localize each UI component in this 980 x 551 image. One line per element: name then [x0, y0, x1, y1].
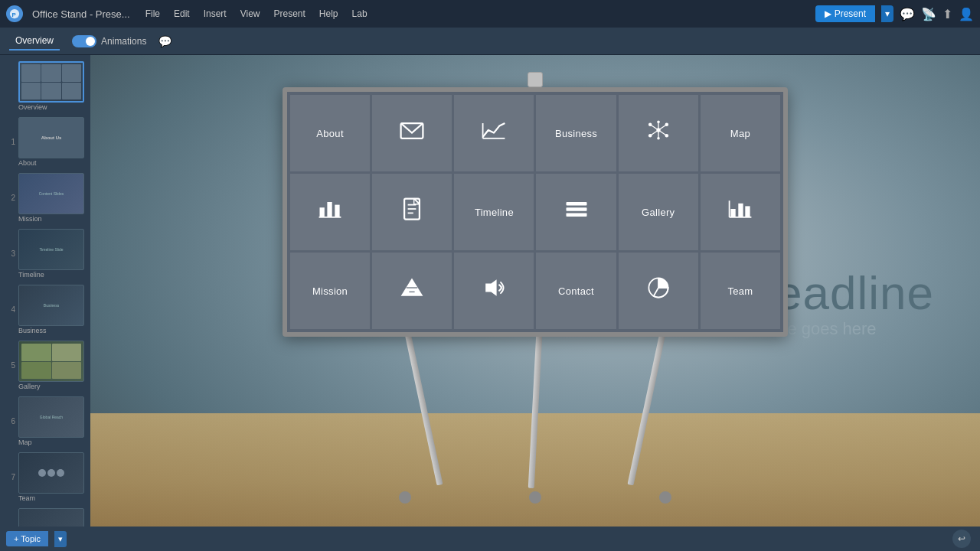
add-topic-dropdown[interactable]: ▾	[54, 531, 67, 547]
slide-preview-inner-1: About Us	[19, 118, 83, 158]
slide-thumb-gallery[interactable]: 5 Gallery	[5, 339, 86, 392]
svg-marker-37	[486, 279, 497, 296]
slide-label-1: About	[18, 159, 37, 167]
network-icon	[645, 116, 672, 149]
cell-network[interactable]	[619, 95, 698, 171]
slide-preview-6: Global Reach	[18, 396, 84, 438]
toolbar: Overview Animations 💬	[0, 28, 980, 55]
canvas-area: Headline Subtitle goes here About	[90, 55, 980, 551]
slide-preview-4: Business	[18, 285, 84, 326]
lines-icon	[563, 195, 590, 228]
slide-preview-inner-2: Content Slides	[19, 174, 83, 214]
svg-rect-18	[320, 207, 325, 217]
menu-lab[interactable]: Lab	[346, 7, 374, 21]
cell-label-business: Business	[555, 128, 597, 139]
slide-preview-inner-3: Timeline Slide	[19, 230, 83, 269]
present-button[interactable]: ▶ Present	[815, 5, 875, 22]
easel-leg-left	[405, 334, 443, 485]
slide-thumb-mission[interactable]: 2 Content Slides Mission	[5, 171, 86, 224]
menu-help[interactable]: Help	[313, 7, 345, 21]
pyramid-icon	[398, 274, 426, 307]
svg-rect-31	[745, 206, 750, 217]
cell-team[interactable]: Team	[701, 253, 780, 329]
slide-preview-inner-4: Business	[19, 285, 83, 325]
slide-thumb-timeline[interactable]: 3 Timeline Slide Timeline	[5, 227, 86, 280]
overview-tab[interactable]: Overview	[9, 32, 60, 51]
easel-leg-center	[528, 335, 542, 488]
cell-barchart2[interactable]	[701, 174, 780, 250]
slide-thumb-wrap-5: Gallery	[18, 341, 84, 390]
ov-cell	[62, 83, 81, 100]
barchart-icon	[316, 195, 344, 228]
svg-text:P: P	[12, 11, 16, 18]
menu-view[interactable]: View	[234, 7, 266, 21]
slide-thumb-overview[interactable]: Overview	[5, 60, 86, 112]
svg-line-14	[650, 130, 658, 135]
cell-lines[interactable]	[536, 174, 616, 250]
share-icon[interactable]: ⬆	[942, 7, 952, 21]
cell-label-timeline: Timeline	[475, 207, 514, 218]
comment-icon[interactable]: 💬	[900, 7, 915, 21]
broadcast-icon[interactable]: 📡	[921, 7, 936, 21]
cell-business[interactable]: Business	[536, 95, 616, 171]
slide-thumb-about[interactable]: 1 About Us About	[5, 116, 86, 168]
board-grid: About	[290, 95, 780, 329]
easel-bracket	[528, 72, 543, 87]
cell-barchart[interactable]	[290, 174, 370, 250]
slide-thumb-wrap-4: Business Business	[18, 285, 84, 334]
top-right-actions: ▶ Present ▾ 💬 📡 ⬆ 👤	[815, 5, 974, 22]
mini-text-1: About Us	[41, 135, 62, 140]
add-topic-button[interactable]: + Topic	[6, 531, 48, 546]
ov-cell	[21, 83, 41, 100]
cell-timeline[interactable]: Timeline	[454, 174, 534, 250]
slide-num-6: 6	[6, 417, 15, 425]
cell-label-mission: Mission	[312, 285, 348, 297]
slide-label-4: Business	[18, 327, 47, 334]
cell-mission[interactable]: Mission	[290, 253, 370, 329]
app-logo: P	[6, 5, 23, 22]
toolbar-comment-icon[interactable]: 💬	[158, 35, 172, 47]
ov-cell	[62, 64, 81, 82]
account-icon[interactable]: 👤	[959, 7, 974, 21]
slide-num-2: 2	[6, 194, 15, 202]
cell-pyramid[interactable]	[372, 253, 452, 329]
slide-thumb-wrap-7: Team	[18, 452, 84, 502]
slide-num-3: 3	[6, 249, 15, 258]
menu-insert[interactable]: Insert	[198, 7, 233, 21]
cell-about[interactable]: About	[290, 95, 370, 171]
cell-gallery[interactable]: Gallery	[619, 174, 698, 250]
svg-rect-28	[566, 213, 586, 217]
slide-preview-1: About Us	[18, 117, 84, 158]
menu-file[interactable]: File	[139, 7, 166, 21]
undo-button[interactable]: ↩	[952, 530, 971, 548]
slide-label-5: Gallery	[18, 383, 41, 390]
cell-speaker[interactable]	[454, 253, 534, 329]
board-inner: About	[287, 92, 783, 332]
envelope-icon	[398, 116, 426, 149]
easel: About	[283, 72, 788, 504]
present-dropdown-arrow[interactable]: ▾	[881, 5, 893, 22]
slide-preview-7	[18, 452, 84, 494]
main-area: Overview 1 About Us About 2 Content	[0, 55, 980, 551]
slide-label-3: Timeline	[18, 271, 44, 279]
svg-line-13	[658, 124, 667, 129]
slide-label-overview: Overview	[18, 103, 47, 111]
slide-thumb-map[interactable]: 6 Global Reach Map	[5, 395, 86, 448]
cell-map[interactable]: Map	[701, 95, 780, 171]
slide-preview-2: Content Slides	[18, 173, 84, 214]
easel-legs	[344, 335, 727, 504]
slide-thumb-team[interactable]: 7 Team	[5, 451, 86, 504]
menu-edit[interactable]: Edit	[168, 7, 196, 21]
app-title: Office Stand - Prese...	[32, 8, 130, 20]
cell-contact[interactable]: Contact	[536, 253, 616, 329]
cell-pie[interactable]	[619, 253, 698, 329]
cell-envelope[interactable]	[372, 95, 452, 171]
slide-thumb-business[interactable]: 4 Business Business	[5, 283, 86, 336]
cell-label-contact: Contact	[558, 285, 594, 297]
slide-preview-inner-6: Global Reach	[19, 397, 83, 437]
cell-document[interactable]	[372, 174, 452, 250]
menu-bar: P Office Stand - Prese... File Edit Inse…	[0, 0, 980, 28]
animations-toggle[interactable]	[72, 35, 96, 47]
menu-present[interactable]: Present	[268, 7, 312, 21]
cell-linechart[interactable]	[454, 95, 534, 171]
